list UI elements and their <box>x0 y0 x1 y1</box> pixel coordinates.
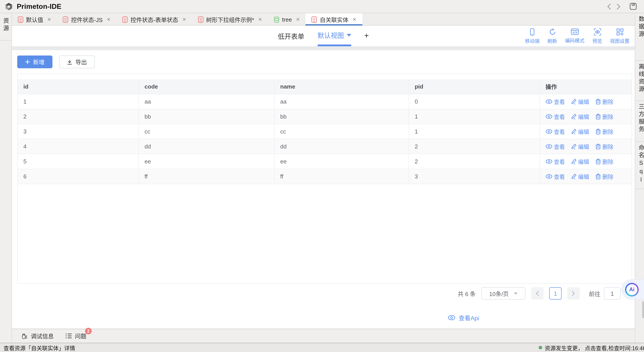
delete-row-link[interactable]: 删除 <box>595 112 613 120</box>
delete-icon <box>595 173 600 179</box>
form-panel: 新增 导出 <box>12 50 635 329</box>
tab-self-related-entity[interactable]: 自关联实体 ✕ <box>306 13 362 25</box>
table-row: 1aaaa0查看编辑删除 <box>18 94 632 109</box>
tab-default-value[interactable]: 默认值 ✕ <box>12 13 57 25</box>
delete-row-link[interactable]: 删除 <box>595 172 613 180</box>
close-icon[interactable]: ✕ <box>47 16 51 22</box>
edit-row-link[interactable]: 编辑 <box>571 172 589 180</box>
form-icon <box>312 16 317 23</box>
delete-row-link[interactable]: 删除 <box>595 127 613 135</box>
scrollbar-thumb[interactable] <box>642 301 644 318</box>
eye-icon <box>546 129 552 134</box>
view-row-link[interactable]: 查看 <box>546 127 565 135</box>
view-tab-lowcode-form[interactable]: 低开表单 <box>278 25 304 46</box>
cell-actions: 查看编辑删除 <box>540 154 632 169</box>
preview-button[interactable]: 预览 <box>592 28 602 44</box>
problems-count-badge[interactable]: 2 <box>85 328 92 334</box>
table-row: 4dddd2查看编辑删除 <box>18 139 632 154</box>
tab-tree[interactable]: tree ✕ <box>268 13 306 25</box>
status-right[interactable]: 资源发生变更， 点击查看,检查时间:16:46 <box>539 344 644 352</box>
close-icon[interactable]: ✕ <box>296 16 300 22</box>
table-header-row: id code name pid 操作 <box>18 79 632 94</box>
chevron-left-icon <box>536 291 539 296</box>
close-icon[interactable]: ✕ <box>182 16 186 22</box>
cell-pid: 1 <box>409 124 540 139</box>
refresh-button[interactable]: 刷新 <box>548 28 557 44</box>
tab-label: 默认值 <box>26 15 43 23</box>
cell-name: ff <box>274 169 409 184</box>
view-tab-default-view[interactable]: 默认视图 <box>317 25 351 46</box>
edit-row-link[interactable]: 编辑 <box>571 157 589 165</box>
cell-id: 2 <box>18 109 139 124</box>
view-row-link[interactable]: 查看 <box>546 172 565 180</box>
view-api-link[interactable]: 查看Api <box>448 313 479 322</box>
status-left-text: 查看资源「自关联实体」详情 <box>4 344 75 352</box>
mobile-button[interactable]: 移动端 <box>525 28 540 44</box>
prev-page-button[interactable] <box>531 287 544 300</box>
delete-row-link[interactable]: 删除 <box>595 142 613 150</box>
nav-back-icon[interactable] <box>604 1 614 11</box>
cell-name: cc <box>274 124 409 139</box>
delete-row-link[interactable]: 删除 <box>595 157 613 165</box>
tab-control-state-js[interactable]: 控件状态-JS ✕ <box>57 13 116 25</box>
next-page-button[interactable] <box>567 287 580 300</box>
page-number-button[interactable]: 1 <box>549 287 562 300</box>
delete-row-link[interactable]: 删除 <box>595 97 613 105</box>
export-button[interactable]: 导出 <box>59 55 95 68</box>
view-settings-button[interactable]: 视图设置 <box>610 28 630 44</box>
view-row-link[interactable]: 查看 <box>546 112 565 120</box>
cell-actions: 查看编辑删除 <box>540 169 632 184</box>
left-sidebar: 资源 <box>0 13 12 343</box>
edit-row-link[interactable]: 编辑 <box>571 112 589 120</box>
edit-icon <box>571 173 576 179</box>
goto-page-input[interactable]: 1 <box>604 287 621 300</box>
cell-pid: 0 <box>409 94 540 109</box>
close-icon[interactable]: ✕ <box>258 16 262 22</box>
form-icon <box>122 16 128 23</box>
edit-row-link[interactable]: 编辑 <box>571 142 589 150</box>
bug-icon <box>21 333 28 340</box>
edit-row-link[interactable]: 编辑 <box>571 97 589 105</box>
cell-pid: 1 <box>409 109 540 124</box>
eye-icon <box>546 174 552 179</box>
save-icon[interactable] <box>630 3 637 10</box>
edit-row-link[interactable]: 编辑 <box>571 127 589 135</box>
content-area: 新增 导出 <box>12 46 635 329</box>
nav-forward-icon[interactable] <box>614 1 623 11</box>
close-icon[interactable]: ✕ <box>352 16 356 22</box>
cell-code: cc <box>139 124 274 139</box>
view-row-link[interactable]: 查看 <box>546 97 565 105</box>
problems-button[interactable]: 问题 2 <box>65 332 86 340</box>
form-icon <box>198 16 204 23</box>
view-row-link[interactable]: 查看 <box>546 142 565 150</box>
status-right-text: 资源发生变更， 点击查看,检查时间:16:46 <box>545 344 644 352</box>
sidebar-item-offline-resources[interactable]: 离线资源 <box>635 61 644 101</box>
sidebar-item-resources[interactable]: 资源 <box>0 13 12 40</box>
debug-info-button[interactable]: 调试信息 <box>21 332 54 340</box>
delete-icon <box>595 98 600 104</box>
add-button[interactable]: 新增 <box>17 55 52 68</box>
goto-label: 前往 <box>589 289 600 298</box>
page-size-select[interactable]: 10条/页 <box>481 287 526 300</box>
add-view-button[interactable]: + <box>364 25 369 46</box>
chevron-down-icon <box>347 34 351 36</box>
close-icon[interactable]: ✕ <box>107 16 111 22</box>
tab-control-state-form[interactable]: 控件状态-表单状态 ✕ <box>116 13 192 25</box>
view-row-link[interactable]: 查看 <box>546 157 565 165</box>
cell-id: 3 <box>18 124 139 139</box>
col-header-code: code <box>139 79 274 94</box>
code-mode-button[interactable]: 编码模式 <box>565 28 584 44</box>
chevron-down-icon <box>514 292 518 295</box>
cell-code: ff <box>139 169 274 184</box>
eye-icon <box>546 159 552 164</box>
sidebar-item-named-sql[interactable]: 命名Sql <box>635 142 644 189</box>
sidebar-item-datasource[interactable]: 数据源 <box>635 13 644 61</box>
cell-actions: 查看编辑删除 <box>540 124 632 139</box>
table-row: 2bbbb1查看编辑删除 <box>18 109 632 124</box>
tab-tree-dropdown-demo[interactable]: 树形下拉组件示例* ✕ <box>192 13 268 25</box>
ai-assistant-button[interactable]: Ai <box>622 280 644 299</box>
sidebar-item-third-party-services[interactable]: 三方服务 <box>635 101 644 142</box>
cell-id: 6 <box>18 169 139 184</box>
view-toolbar: 低开表单 默认视图 + 移动端 刷新 <box>12 25 635 46</box>
code-mode-icon <box>571 28 579 35</box>
